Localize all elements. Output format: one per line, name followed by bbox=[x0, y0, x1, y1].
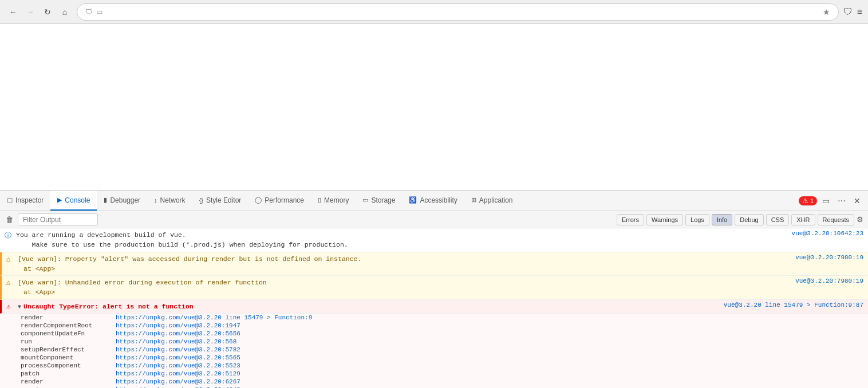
stack-row-8: render https://unpkg.com/vue@3.2.20:6267 bbox=[0, 378, 868, 386]
warn-msg-subtext-2: at <App> bbox=[18, 287, 784, 297]
tab-accessibility-label: Accessibility bbox=[420, 196, 457, 204]
devtools-tabs-right: ⚠ 1 ▭ ⋯ ✕ bbox=[799, 195, 868, 207]
stack-fn-7: patch bbox=[21, 370, 112, 377]
filter-logs-button[interactable]: Logs bbox=[685, 214, 709, 225]
reload-button[interactable]: ↻ bbox=[40, 5, 55, 19]
forward-button[interactable]: → bbox=[23, 5, 38, 19]
stack-fn-3: run bbox=[21, 338, 112, 345]
error-icon: ⚠ bbox=[802, 197, 808, 205]
tab-style-editor[interactable]: {} Style Editor bbox=[192, 191, 248, 211]
console-settings-icon[interactable]: ⚙ bbox=[857, 215, 863, 224]
tab-storage[interactable]: ▭ Storage bbox=[356, 191, 402, 211]
stack-url-3[interactable]: https://unpkg.com/vue@3.2.20:568 bbox=[116, 338, 236, 345]
tab-inspector-label: Inspector bbox=[15, 196, 44, 204]
stack-url-4[interactable]: https://unpkg.com/vue@3.2.20:5782 bbox=[116, 346, 240, 353]
tab-application[interactable]: ⊞ Application bbox=[464, 191, 520, 211]
tab-debugger[interactable]: ▮ Debugger bbox=[97, 191, 147, 211]
tab-application-label: Application bbox=[479, 196, 513, 204]
home-button[interactable]: ⌂ bbox=[57, 5, 72, 19]
stack-url-1[interactable]: https://unpkg.com/vue@3.2.20:1947 bbox=[116, 322, 240, 329]
tab-memory[interactable]: ▯ Memory bbox=[311, 191, 356, 211]
shield-right-icon[interactable]: 🛡 bbox=[843, 7, 853, 17]
stack-row-9: mount https://unpkg.com/vue@3.2.20:4648 bbox=[0, 386, 868, 388]
info-msg-source[interactable]: vue@3.2.20:10642:23 bbox=[780, 230, 863, 237]
error-count: 1 bbox=[810, 197, 814, 204]
tab-network[interactable]: ↕ Network bbox=[147, 191, 192, 211]
console-icon: ▶ bbox=[57, 196, 62, 204]
console-message-warn-1: △ [Vue warn]: Property "alert" was acces… bbox=[0, 252, 868, 276]
stack-url-0[interactable]: https://unpkg.com/vue@3.2.20 line 15479 … bbox=[116, 314, 312, 321]
more-options-button[interactable]: ⋯ bbox=[835, 195, 849, 207]
stack-row-7: patch https://unpkg.com/vue@3.2.20:5129 bbox=[0, 370, 868, 378]
console-toolbar-right: Errors Warnings Logs Info Debug CSS XHR … bbox=[617, 214, 863, 225]
filter-output-input[interactable] bbox=[18, 213, 98, 226]
bookmark-icon[interactable]: ★ bbox=[823, 7, 830, 17]
info-icon: ⓘ bbox=[5, 231, 13, 240]
error-msg-text: Uncaught TypeError: alert is not a funct… bbox=[23, 302, 194, 311]
stack-url-2[interactable]: https://unpkg.com/vue@3.2.20:5656 bbox=[116, 330, 240, 337]
filter-css-button[interactable]: CSS bbox=[766, 214, 790, 225]
browser-toolbar-right: 🛡 ≡ bbox=[843, 7, 862, 17]
stack-fn-4: setupRenderEffect bbox=[21, 346, 112, 353]
filter-xhr-button[interactable]: XHR bbox=[791, 214, 815, 225]
warn-msg-text-2: [Vue warn]: Unhandled error during execu… bbox=[18, 278, 784, 287]
filter-errors-button[interactable]: Errors bbox=[617, 214, 644, 225]
storage-icon: ▭ bbox=[362, 196, 368, 204]
warn-msg-source-1[interactable]: vue@3.2.20:7980:19 bbox=[784, 254, 863, 261]
console-toolbar-left: 🗑 bbox=[5, 213, 98, 226]
console-message-info: ⓘ You are running a development build of… bbox=[0, 228, 868, 252]
warn-msg-content-1: [Vue warn]: Property "alert" was accesse… bbox=[18, 254, 784, 274]
console-message-error: ⚠ ▼ Uncaught TypeError: alert is not a f… bbox=[0, 300, 868, 314]
tab-style-editor-label: Style Editor bbox=[206, 196, 241, 204]
warn-msg-subtext-1: at <App> bbox=[18, 264, 784, 274]
doc-icon: ▭ bbox=[96, 8, 102, 16]
warn-msg-content-2: [Vue warn]: Unhandled error during execu… bbox=[18, 278, 784, 298]
tab-performance[interactable]: ◯ Performance bbox=[248, 191, 311, 211]
stack-row-5: mountComponent https://unpkg.com/vue@3.2… bbox=[0, 354, 868, 362]
performance-icon: ◯ bbox=[255, 196, 262, 204]
stack-row-2: componentUpdateFn https://unpkg.com/vue@… bbox=[0, 330, 868, 338]
stack-url-7[interactable]: https://unpkg.com/vue@3.2.20:5129 bbox=[116, 370, 240, 377]
clear-console-button[interactable]: 🗑 bbox=[5, 214, 14, 225]
error-msg-content: ▼ Uncaught TypeError: alert is not a fun… bbox=[18, 302, 712, 311]
stack-url-6[interactable]: https://unpkg.com/vue@3.2.20:5523 bbox=[116, 362, 240, 369]
tab-console[interactable]: ▶ Console bbox=[50, 191, 97, 211]
devtools-panel: ▢ Inspector ▶ Console ▮ Debugger ↕ Netwo… bbox=[0, 190, 868, 388]
warn-icon-2: △ bbox=[6, 278, 14, 287]
error-msg-source[interactable]: vue@3.2.20 line 15479 > Function:9:87 bbox=[712, 302, 863, 308]
tab-inspector[interactable]: ▢ Inspector bbox=[0, 191, 50, 211]
error-count-badge[interactable]: ⚠ 1 bbox=[799, 196, 817, 205]
stack-url-5[interactable]: https://unpkg.com/vue@3.2.20:5565 bbox=[116, 354, 240, 361]
dock-button[interactable]: ▭ bbox=[819, 195, 833, 207]
console-messages-area: ⓘ You are running a development build of… bbox=[0, 228, 868, 388]
error-icon-msg: ⚠ bbox=[6, 302, 14, 311]
stack-expand-arrow[interactable]: ▼ bbox=[18, 304, 21, 310]
warn-msg-text-1: [Vue warn]: Property "alert" was accesse… bbox=[18, 254, 784, 264]
nav-buttons: ← → ↻ ⌂ bbox=[6, 5, 72, 19]
devtools-tabs-bar: ▢ Inspector ▶ Console ▮ Debugger ↕ Netwo… bbox=[0, 191, 868, 211]
filter-warnings-button[interactable]: Warnings bbox=[646, 214, 683, 225]
stack-fn-1: renderComponentRoot bbox=[21, 322, 112, 329]
stack-fn-2: componentUpdateFn bbox=[21, 330, 112, 337]
filter-debug-button[interactable]: Debug bbox=[735, 214, 763, 225]
stack-url-8[interactable]: https://unpkg.com/vue@3.2.20:6267 bbox=[116, 378, 240, 385]
tab-accessibility[interactable]: ♿ Accessibility bbox=[402, 191, 464, 211]
close-devtools-button[interactable]: ✕ bbox=[851, 195, 863, 207]
tab-network-label: Network bbox=[160, 196, 186, 204]
application-icon: ⊞ bbox=[471, 196, 476, 204]
address-bar[interactable]: 🛡 ▭ localhost/csti?username={{alert(1)}}… bbox=[77, 3, 839, 21]
tab-performance-label: Performance bbox=[265, 196, 304, 204]
tab-storage-label: Storage bbox=[371, 196, 395, 204]
filter-info-button[interactable]: Info bbox=[712, 214, 732, 225]
style-editor-icon: {} bbox=[199, 197, 203, 204]
warn-msg-source-2[interactable]: vue@3.2.20:7980:19 bbox=[784, 278, 863, 284]
stack-fn-6: processComponent bbox=[21, 362, 112, 369]
url-input[interactable]: localhost/csti?username={{alert(1)}} bbox=[106, 7, 819, 16]
network-icon: ↕ bbox=[154, 197, 157, 204]
stack-row-0: render https://unpkg.com/vue@3.2.20 line… bbox=[0, 314, 868, 322]
stack-row-3: run https://unpkg.com/vue@3.2.20:568 bbox=[0, 338, 868, 346]
back-button[interactable]: ← bbox=[6, 5, 21, 19]
menu-icon[interactable]: ≡ bbox=[857, 7, 862, 17]
stack-row-1: renderComponentRoot https://unpkg.com/vu… bbox=[0, 322, 868, 330]
filter-requests-button[interactable]: Requests bbox=[818, 214, 854, 225]
